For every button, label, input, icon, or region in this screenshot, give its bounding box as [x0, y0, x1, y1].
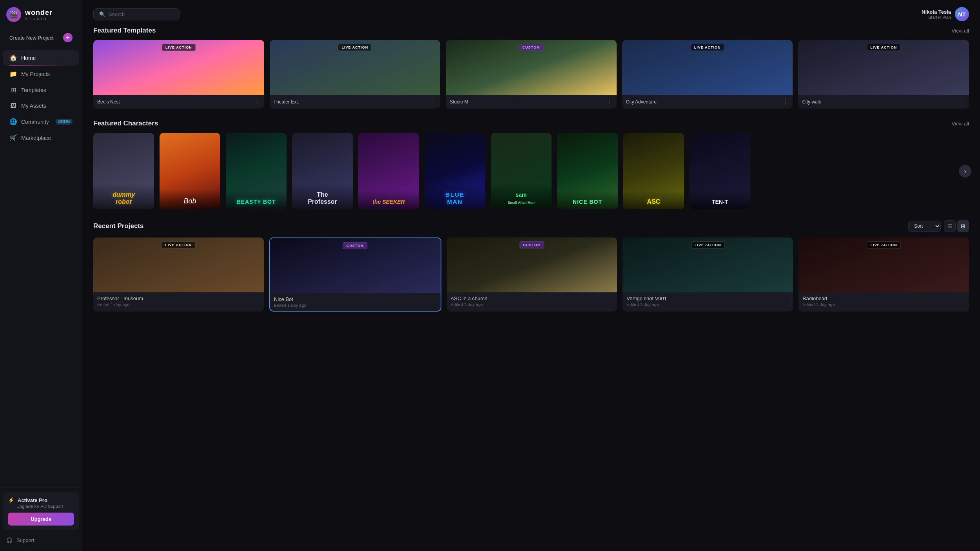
- characters-row: dummyrobot Bob BEASTY BOT: [93, 133, 969, 209]
- sort-bar: Sort Newest Oldest Name ☰ ⊞: [908, 220, 969, 232]
- char-overlay-sam: samSmall Alien Man: [491, 183, 552, 209]
- template-name-studio: Studio M: [450, 99, 468, 105]
- project-time-professor-museum: Edited 1 day ago: [97, 302, 260, 307]
- char-overlay-blueman: BLUEMAN: [425, 183, 485, 209]
- featured-characters-title: Featured Characters: [93, 120, 158, 127]
- recent-projects-title: Recent Projects: [93, 222, 144, 230]
- char-overlay-nicebot: NICE BOT: [557, 190, 618, 209]
- my-assets-icon: 🖼: [9, 102, 17, 109]
- char-thumb-asc: ASC: [623, 133, 684, 209]
- grid-view-button[interactable]: ⊞: [957, 220, 969, 232]
- community-icon: 🌐: [9, 118, 17, 125]
- char-card-nicebot[interactable]: NICE BOT: [557, 133, 618, 209]
- char-label-professor: TheProfessor: [308, 191, 337, 205]
- user-info[interactable]: Nikola Tesla Starter Plan NT: [922, 7, 969, 21]
- char-thumb-beastbot: BEASTY BOT: [226, 133, 287, 209]
- template-thumb-city: LIVE ACTION: [622, 40, 793, 95]
- characters-scroll-button[interactable]: ›: [959, 165, 971, 178]
- logo-sub: studio: [25, 17, 53, 21]
- template-thumb-bees-nest: LIVE ACTION: [93, 40, 264, 95]
- template-more-citywalk[interactable]: ⋮: [959, 98, 965, 105]
- project-footer-professor-museum: Professor - museum Edited 1 day ago: [93, 292, 264, 310]
- template-more-theater[interactable]: ⋮: [430, 98, 436, 105]
- char-label-ten: TEN-T: [712, 199, 728, 205]
- template-card-city-adventure[interactable]: LIVE ACTION City Adventure ⋮: [622, 40, 793, 109]
- char-card-seeker[interactable]: the SEEKER: [358, 133, 419, 209]
- char-label-nicebot: NICE BOT: [573, 199, 602, 205]
- project-card-professor-museum[interactable]: LIVE ACTION Professor - museum Edited 1 …: [93, 237, 264, 312]
- char-thumb-dummy: dummyrobot: [93, 133, 154, 209]
- char-label-blueman: BLUEMAN: [445, 191, 465, 205]
- char-card-dummy-robot[interactable]: dummyrobot: [93, 133, 154, 209]
- template-badge-studio: CUSTOM: [488, 44, 574, 51]
- sidebar-item-community[interactable]: 🌐 Community SOON: [3, 114, 79, 129]
- activate-pro-subtitle: Upgrade for HD Support: [16, 504, 74, 509]
- template-card-studio[interactable]: CUSTOM Studio M ⋮: [446, 40, 617, 109]
- list-view-button[interactable]: ☰: [944, 220, 956, 232]
- project-thumb-asc-church: CUSTOM: [447, 237, 617, 292]
- char-thumb-seeker: the SEEKER: [358, 133, 419, 209]
- custom-badge: CUSTOM: [520, 241, 544, 248]
- char-card-blueman[interactable]: BLUEMAN: [425, 133, 485, 209]
- project-badge-radiohead: LIVE ACTION: [841, 241, 926, 248]
- char-card-ten[interactable]: TEN-T: [690, 133, 750, 209]
- template-card-theater[interactable]: LIVE ACTION Theater Ext. ⋮: [270, 40, 441, 109]
- char-label-bob: Bob: [183, 197, 196, 205]
- project-footer-vertigo: Vertigo shot V001 Edited 1 day ago: [622, 292, 793, 310]
- char-label-sam: samSmall Alien Man: [508, 192, 535, 205]
- project-card-vertigo[interactable]: LIVE ACTION Vertigo shot V001 Edited 1 d…: [622, 237, 793, 312]
- featured-templates-view-all[interactable]: View all: [951, 28, 969, 34]
- create-new-project-row: Create New Project +: [3, 29, 79, 46]
- char-card-beastbot[interactable]: BEASTY BOT: [226, 133, 287, 209]
- marketplace-icon: 🛒: [9, 134, 17, 141]
- template-card-city-walk[interactable]: LIVE ACTION City walk ⋮: [798, 40, 969, 109]
- template-more-city[interactable]: ⋮: [782, 98, 789, 105]
- template-more-bees-nest[interactable]: ⋮: [254, 98, 260, 105]
- project-thumb-nice-bot: CUSTOM: [270, 238, 441, 293]
- upgrade-button[interactable]: Upgrade: [8, 513, 74, 526]
- sidebar-item-marketplace[interactable]: 🛒 Marketplace: [3, 130, 79, 145]
- template-more-studio[interactable]: ⋮: [606, 98, 613, 105]
- template-badge-city: LIVE ACTION: [665, 44, 750, 51]
- templates-row: LIVE ACTION Bee's Nest ⋮ LIVE ACTION The…: [93, 40, 969, 109]
- template-badge-theater: LIVE ACTION: [312, 44, 397, 51]
- template-footer-bees-nest: Bee's Nest ⋮: [93, 95, 264, 109]
- template-thumb-theater: LIVE ACTION: [270, 40, 441, 95]
- featured-characters-view-all[interactable]: View all: [951, 121, 969, 127]
- char-label-dummy: dummyrobot: [113, 191, 135, 205]
- search-box: 🔍: [93, 8, 180, 20]
- sidebar-item-my-projects[interactable]: 📁 My Projects: [3, 66, 79, 82]
- project-card-nice-bot[interactable]: CUSTOM Nice Bot Edited 1 day ago: [269, 237, 441, 312]
- char-overlay-seeker: the SEEKER: [358, 190, 419, 209]
- search-icon: 🔍: [99, 11, 105, 17]
- project-card-asc-church[interactable]: CUSTOM ASC in a church Edited 1 day ago: [447, 237, 617, 312]
- sidebar-item-templates[interactable]: ⊞ Templates: [3, 82, 79, 98]
- sidebar-item-my-projects-label: My Projects: [21, 71, 50, 77]
- live-action-badge: LIVE ACTION: [691, 44, 724, 51]
- search-input[interactable]: [109, 11, 174, 17]
- char-card-sam[interactable]: samSmall Alien Man: [491, 133, 552, 209]
- community-badge: SOON: [56, 119, 73, 125]
- char-thumb-professor: TheProfessor: [292, 133, 353, 209]
- char-card-professor[interactable]: TheProfessor: [292, 133, 353, 209]
- project-card-radiohead[interactable]: LIVE ACTION Radiohead Edited 1 day ago: [799, 237, 969, 312]
- template-badge-citywalk: LIVE ACTION: [841, 44, 926, 51]
- template-name-city: City Adventure: [626, 99, 657, 105]
- my-projects-icon: 📁: [9, 70, 17, 78]
- sidebar-item-home-label: Home: [21, 55, 36, 61]
- template-card-bees-nest[interactable]: LIVE ACTION Bee's Nest ⋮: [93, 40, 264, 109]
- sidebar-item-home[interactable]: 🏠 Home: [3, 50, 79, 65]
- char-overlay-ten: TEN-T: [690, 190, 750, 209]
- support-item[interactable]: 🎧 Support: [3, 534, 79, 546]
- char-card-asc[interactable]: ASC: [623, 133, 684, 209]
- char-label-beastbot: BEASTY BOT: [237, 199, 276, 205]
- char-card-bob[interactable]: Bob: [160, 133, 220, 209]
- char-thumb-sam: samSmall Alien Man: [491, 133, 552, 209]
- sidebar-nav: 🏠 Home 📁 My Projects ⊞ Templates 🖼 My As…: [0, 48, 82, 487]
- main-content: 🔍 Nikola Tesla Starter Plan NT Featured …: [82, 0, 980, 551]
- create-plus-button[interactable]: +: [63, 33, 73, 42]
- sidebar-item-my-assets[interactable]: 🖼 My Assets: [3, 98, 79, 113]
- sort-select[interactable]: Sort Newest Oldest Name: [908, 221, 941, 232]
- template-footer-citywalk: City walk ⋮: [798, 95, 969, 109]
- project-name-professor-museum: Professor - museum: [97, 295, 260, 301]
